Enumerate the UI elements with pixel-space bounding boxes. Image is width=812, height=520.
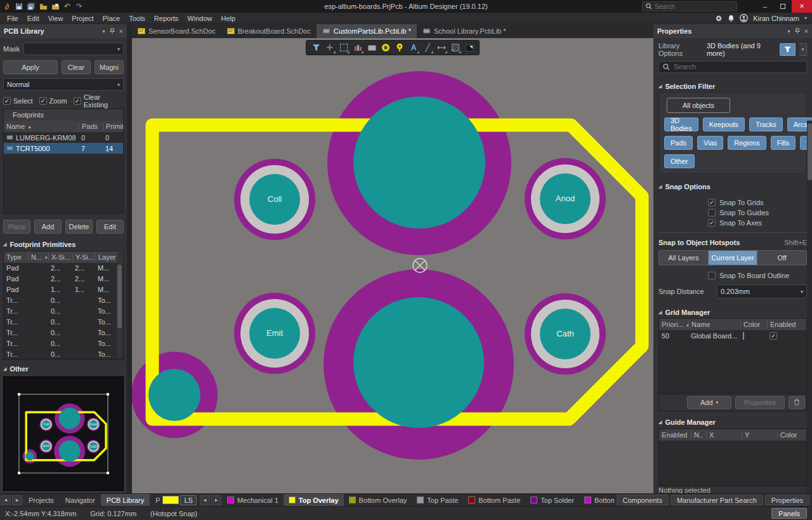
other-section-header[interactable]: ◢ Other <box>3 363 124 375</box>
global-search-input[interactable] <box>655 3 724 10</box>
layer-top-solder[interactable]: Top Solder <box>525 494 579 507</box>
guide-manager-section-header[interactable]: ◢ Guide Manager <box>658 417 807 429</box>
filter-chip-fills[interactable]: Fills <box>771 136 796 150</box>
panel-tabs-right-arrow[interactable]: ▸ <box>12 495 22 505</box>
snap-to-axes-checkbox[interactable]: ✓ <box>708 219 716 227</box>
settings-gear-icon[interactable] <box>715 15 723 22</box>
layer-top-overlay[interactable]: Top Overlay <box>284 494 344 507</box>
scrollbar-thumb[interactable] <box>808 123 812 180</box>
menu-tools[interactable]: Tools <box>124 13 150 24</box>
segment-off[interactable]: Off <box>757 251 806 265</box>
layer-set-button[interactable]: LS <box>180 495 196 505</box>
footprint-row-tcrt5000[interactable]: TCRT5000 7 14 <box>4 143 123 154</box>
segment-all-layers[interactable]: All Layers <box>659 251 708 265</box>
layer-top-paste[interactable]: Top Paste <box>412 494 463 507</box>
open-folder-icon[interactable] <box>39 2 48 11</box>
footprint-preview[interactable]: Coll Anod Emit Cath <box>3 377 124 491</box>
mask-dropdown[interactable]: ▾ <box>23 43 124 55</box>
menu-file[interactable]: File <box>3 13 23 24</box>
primitive-row[interactable]: Tr...0...To... <box>4 306 123 317</box>
snap-to-grids-checkbox[interactable]: ✓ <box>708 199 716 206</box>
save-all-icon[interactable] <box>27 2 36 11</box>
pad-cath[interactable]: Cath <box>531 300 599 368</box>
layer-mechanical-1[interactable]: Mechanical 1 <box>222 494 284 507</box>
region-tool-icon[interactable] <box>450 42 461 53</box>
menu-edit[interactable]: Edit <box>23 13 44 24</box>
layers-right-arrow[interactable]: ▸ <box>211 495 221 505</box>
component-tool-icon[interactable] <box>366 42 377 53</box>
grid-add-button[interactable]: Add▾ <box>687 396 731 409</box>
filter-funnel-button[interactable] <box>780 43 795 56</box>
add-button[interactable]: Add <box>34 220 62 234</box>
mode-dropdown[interactable]: Normal▾ <box>3 78 124 91</box>
filter-chip-regions[interactable]: Regions <box>728 136 766 150</box>
properties-scrollbar[interactable] <box>807 121 812 493</box>
primitive-row[interactable]: Pad2...2...M... <box>4 263 123 274</box>
segment-current-layer[interactable]: Current Layer <box>708 251 757 265</box>
vertical-splitter[interactable] <box>127 38 132 493</box>
panel-tab-components[interactable]: Components <box>617 495 669 505</box>
selection-filter-icon[interactable] <box>310 42 322 53</box>
grid-manager-header[interactable]: Priori...▲ Name Color Enabled <box>659 319 806 330</box>
snap-to-board-outline-checkbox[interactable] <box>708 272 716 279</box>
user-avatar-icon[interactable] <box>740 14 748 22</box>
grid-color-swatch[interactable] <box>743 332 744 340</box>
user-name[interactable]: Kiran Chinnam <box>753 15 799 22</box>
properties-search-input[interactable] <box>674 63 788 70</box>
grid-delete-button[interactable] <box>789 396 805 409</box>
primitives-scrollbar[interactable] <box>117 252 122 359</box>
primitive-row[interactable]: Tr...0...To... <box>4 295 123 306</box>
align-tool-icon[interactable] <box>352 42 363 53</box>
menu-project[interactable]: Project <box>67 13 98 24</box>
select-checkbox[interactable]: ✓ <box>3 97 11 105</box>
footprints-table-header[interactable]: Name▲ Pads Primiti... <box>4 121 123 132</box>
panel-pin-icon[interactable] <box>795 28 800 34</box>
panel-menu-chevron-icon[interactable]: ▾ <box>788 29 790 34</box>
panel-tab-navigator[interactable]: Navigator <box>60 494 101 507</box>
filter-dropdown-button[interactable]: ▾ <box>799 43 807 56</box>
panel-pin-icon[interactable] <box>110 28 115 34</box>
panel-tab-truncated[interactable]: P <box>150 494 161 507</box>
layers-left-arrow[interactable]: ◂ <box>200 495 210 505</box>
snap-options-section-header[interactable]: ◢ Snap Options <box>658 180 807 192</box>
apply-button[interactable]: Apply <box>3 60 58 74</box>
filter-chip-pads[interactable]: Pads <box>664 136 693 150</box>
panel-tab-pcb-library[interactable]: PCB Library <box>101 494 150 507</box>
properties-search[interactable] <box>658 61 807 73</box>
menu-help[interactable]: Help <box>216 13 240 24</box>
primitive-row[interactable]: Tr...0...To... <box>4 338 123 349</box>
clear-existing-checkbox[interactable]: ✓ <box>74 97 81 105</box>
menu-place[interactable]: Place <box>98 13 125 24</box>
filter-chip-3d-bodies[interactable]: 3D Bodies <box>664 117 698 131</box>
board-shape-icon[interactable] <box>464 42 475 53</box>
grid-manager-section-header[interactable]: ◢ Grid Manager <box>658 306 807 318</box>
global-search[interactable] <box>642 1 737 11</box>
pad-tool-icon[interactable] <box>380 42 391 53</box>
primitive-row[interactable]: Tr...0...To... <box>4 316 123 327</box>
menu-window[interactable]: Window <box>183 13 216 24</box>
line-tool-icon[interactable]: ╱ <box>422 42 433 53</box>
layer-bottom-paste[interactable]: Bottom Paste <box>463 494 525 507</box>
grid-enabled-checkbox[interactable]: ✓ <box>769 332 777 340</box>
filter-chip-tracks[interactable]: Tracks <box>749 117 783 131</box>
guide-manager-header[interactable]: Enabled N.. X Y Color <box>659 429 806 441</box>
minimize-button[interactable]: – <box>756 0 774 13</box>
active-layer-swatch[interactable] <box>162 496 179 504</box>
all-objects-button[interactable]: All objects <box>667 98 730 113</box>
panel-close-icon[interactable]: × <box>804 27 808 35</box>
zoom-checkbox[interactable]: ✓ <box>39 97 47 105</box>
layer-bottom-overlay[interactable]: Bottom Overlay <box>344 494 412 507</box>
snap-distance-dropdown[interactable]: 0.203mm▾ <box>717 284 807 298</box>
layer-bottom-solder[interactable]: Bottom Solder <box>579 494 614 507</box>
magnify-button[interactable]: Magni <box>95 60 124 74</box>
primitive-row[interactable]: Pad2...2...M... <box>4 274 123 284</box>
primitives-table-header[interactable]: Type N...▲ X-Si... Y-Si... Layer <box>4 251 123 263</box>
tab-sensorboard-schdoc[interactable]: SensorBoard.SchDoc <box>132 24 221 38</box>
edit-button[interactable]: Edit <box>96 220 124 234</box>
tab-school-library-pcblib[interactable]: School Library.PcbLib * <box>417 24 512 38</box>
tab-breakoutboard-schdoc[interactable]: BreakoutBoard.SchDoc <box>221 24 317 38</box>
filter-chip-vias[interactable]: Vias <box>697 136 723 150</box>
save-icon[interactable] <box>15 2 23 11</box>
area-select-icon[interactable] <box>338 42 350 53</box>
clear-button[interactable]: Clear <box>62 60 91 74</box>
